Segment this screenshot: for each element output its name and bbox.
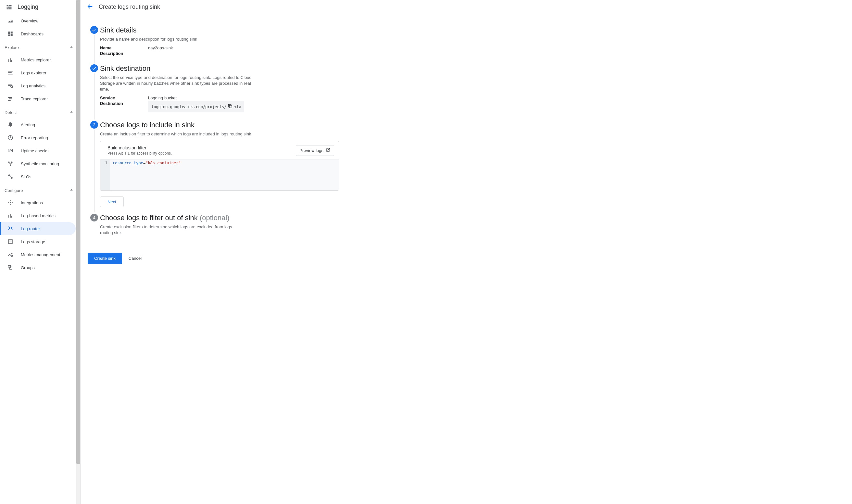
svg-point-14 (11, 85, 13, 87)
step-3-number: 3 (93, 122, 95, 127)
svg-rect-20 (10, 137, 11, 138)
sidebar-item-trace-explorer[interactable]: Trace explorer (0, 92, 76, 105)
sidebar-item-slos[interactable]: SLOs (0, 170, 76, 183)
section-title: Detect (4, 110, 17, 115)
bar-chart-icon (7, 212, 14, 219)
sidebar-item-label: Synthetic monitoring (21, 161, 59, 166)
optional-label: (optional) (200, 214, 230, 222)
insights-icon (7, 18, 14, 24)
svg-rect-9 (8, 71, 13, 71)
dashboard-icon (7, 31, 14, 37)
svg-rect-7 (10, 58, 11, 62)
copy-icon[interactable] (228, 104, 233, 110)
router-icon (7, 226, 14, 232)
destination-value: logging.googleapis.com/projects/ (151, 105, 226, 109)
sidebar-item-logs-storage[interactable]: Logs storage (0, 235, 76, 248)
svg-rect-34 (9, 241, 12, 242)
step-4-indicator: 4 (90, 214, 98, 221)
sidebar-item-label: Dashboards (21, 32, 43, 36)
destination-value-tail: <la (234, 105, 241, 109)
svg-rect-4 (7, 8, 9, 9)
synthetic-icon (7, 160, 14, 167)
slo-icon (7, 174, 14, 180)
svg-rect-11 (8, 74, 13, 74)
section-explore[interactable]: Explore (0, 41, 80, 53)
filter-code-editor[interactable]: 1 resource.type="k8s_container" (100, 159, 339, 190)
svg-rect-10 (8, 72, 12, 73)
preview-logs-button[interactable]: Preview logs (296, 145, 334, 156)
step-4-number: 4 (93, 215, 95, 220)
sidebar-item-log-analytics[interactable]: Log analytics (0, 79, 76, 92)
integrations-icon (7, 199, 14, 206)
step-sink-destination: Sink destination Select the service type… (88, 64, 339, 121)
sidebar-item-logs-explorer[interactable]: Logs explorer (0, 66, 76, 79)
section-configure[interactable]: Configure (0, 184, 80, 196)
sidebar-scrollbar[interactable] (76, 0, 80, 504)
svg-rect-33 (9, 241, 12, 241)
sidebar-item-metrics-explorer[interactable]: Metrics explorer (0, 53, 76, 66)
sidebar-item-label: Alerting (21, 122, 35, 127)
svg-rect-31 (11, 216, 12, 218)
scroll-thumb[interactable] (76, 0, 80, 464)
section-title: Configure (4, 188, 23, 193)
back-arrow-button[interactable] (86, 3, 93, 11)
sidebar-item-metrics-management[interactable]: Metrics management (0, 248, 76, 261)
svg-point-25 (10, 164, 11, 166)
step-1-subtitle: Provide a name and description for logs … (100, 36, 253, 42)
step-line (94, 35, 94, 63)
section-detect[interactable]: Detect (0, 107, 80, 118)
description-value (148, 51, 339, 56)
sidebar-item-error-reporting[interactable]: Error reporting (0, 131, 76, 144)
product-title: Logging (18, 4, 38, 11)
sidebar-item-label: Overview (21, 19, 38, 23)
filter-card-hint: Press Alt+F1 for accessibility options. (107, 151, 172, 156)
sidebar-item-log-router[interactable]: Log router (0, 222, 76, 235)
svg-line-15 (12, 87, 13, 88)
code-line: resource.type="k8s_container" (110, 159, 183, 190)
next-button[interactable]: Next (100, 196, 124, 207)
sidebar-item-overview[interactable]: Overview (0, 14, 76, 27)
sidebar-item-label: Groups (21, 265, 35, 270)
name-label: Name (100, 46, 148, 50)
svg-rect-16 (8, 97, 12, 98)
preview-logs-label: Preview logs (300, 148, 323, 153)
step-4-subtitle: Create exclusion filters to determine wh… (100, 224, 243, 236)
chevron-up-icon (69, 44, 74, 51)
trace-icon (7, 95, 14, 102)
error-icon (7, 134, 14, 141)
uptime-icon (7, 147, 14, 154)
sidebar-item-groups[interactable]: Groups (0, 261, 76, 274)
cancel-button[interactable]: Cancel (129, 256, 142, 261)
sidebar-item-synthetic-monitoring[interactable]: Synthetic monitoring (0, 157, 76, 170)
sidebar-item-alerting[interactable]: Alerting (0, 118, 76, 131)
svg-point-26 (8, 174, 10, 176)
svg-point-23 (8, 161, 10, 163)
create-sink-button[interactable]: Create sink (88, 253, 122, 264)
sidebar-item-label: Metrics explorer (21, 57, 51, 62)
destination-label: Destination (100, 101, 148, 112)
sidebar-item-log-based-metrics[interactable]: Log-based metrics (0, 209, 76, 222)
svg-rect-38 (230, 105, 232, 108)
description-label: Description (100, 51, 148, 56)
svg-rect-30 (10, 214, 11, 218)
service-label: Service (100, 95, 148, 100)
step-1-indicator-check-icon (90, 26, 98, 34)
code-string: "k8s_container" (145, 161, 181, 165)
step-choose-exclude: 4 Choose logs to filter out of sink (opt… (88, 214, 339, 246)
sidebar-item-label: Uptime checks (21, 148, 48, 153)
sidebar-item-dashboards[interactable]: Dashboards (0, 27, 76, 40)
metrics-management-icon (7, 251, 14, 258)
content: Sink details Provide a name and descript… (80, 14, 347, 272)
bell-icon (7, 122, 14, 128)
svg-rect-12 (8, 84, 12, 85)
sidebar-item-uptime-checks[interactable]: Uptime checks (0, 144, 76, 157)
bar-chart-icon (7, 56, 14, 63)
code-property: resource.type (113, 161, 143, 165)
external-link-icon (325, 147, 330, 154)
sidebar-item-label: Error reporting (21, 136, 48, 140)
sidebar-item-integrations[interactable]: Integrations (0, 196, 76, 209)
svg-point-35 (11, 255, 13, 257)
sidebar-item-label: Logs explorer (21, 70, 47, 75)
code-gutter: 1 (100, 159, 110, 190)
sidebar-item-label: Integrations (21, 200, 43, 205)
